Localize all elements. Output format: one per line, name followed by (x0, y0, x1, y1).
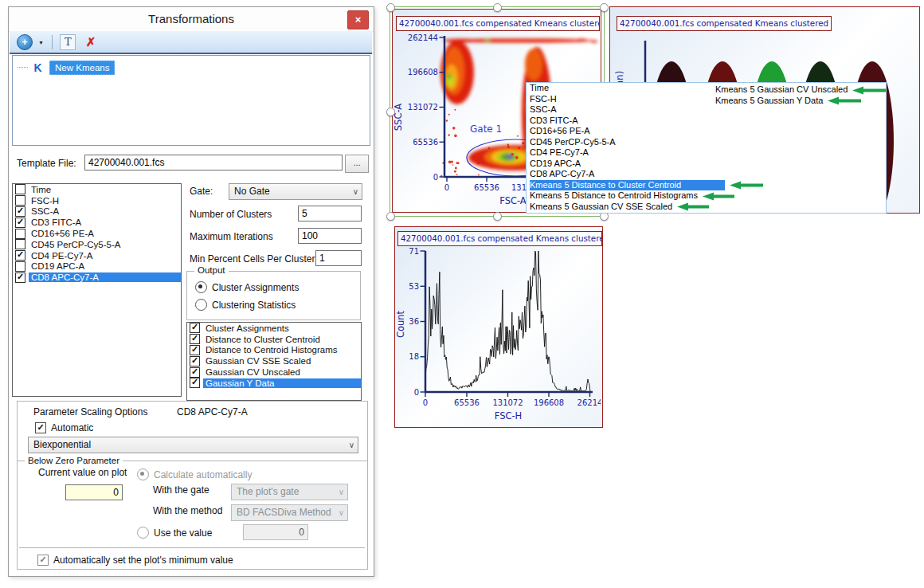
parameter-row[interactable]: ✓CD4 PE-Cy7-A (13, 250, 181, 261)
svg-text:SSC-A: SSC-A (393, 104, 404, 131)
delete-button[interactable]: ✗ (86, 35, 96, 49)
checkbox-unchecked-icon[interactable] (15, 261, 25, 272)
svg-text:0: 0 (444, 183, 449, 192)
dropdown-item[interactable]: CD45 PerCP-Cy5-5-A (527, 137, 886, 148)
checkbox-checked-icon[interactable]: ✓ (190, 378, 200, 388)
svg-text:FSC-A: FSC-A (499, 195, 527, 206)
radio-cluster-assignments[interactable]: Cluster Assignments (195, 280, 299, 294)
selection-handle[interactable] (493, 212, 502, 221)
scaling-parameter-name: CD8 APC-Cy7-A (177, 406, 248, 417)
gate-value: No Gate (234, 186, 270, 197)
parameter-row[interactable]: Time (13, 184, 181, 195)
output-item-row[interactable]: ✓Cluster Assignments (187, 323, 361, 334)
checkbox-checked-icon[interactable]: ✓ (35, 422, 46, 433)
dropdown-item[interactable]: CD4 PE-Cy7-A (527, 147, 886, 159)
checkbox-unchecked-icon[interactable] (15, 239, 25, 249)
parameter-row[interactable]: FSC-H (13, 195, 181, 206)
add-dropdown-caret-icon[interactable]: ▾ (39, 39, 42, 46)
checkbox-checked-icon[interactable]: ✓ (15, 250, 25, 261)
output-item-label: Distance to Cluster Centroid (203, 335, 323, 344)
radio-on-icon[interactable] (195, 281, 207, 293)
use-value-input[interactable] (243, 524, 308, 540)
green-arrow-annotation-icon (703, 192, 734, 201)
parameter-row[interactable]: CD16+56 PE-A (13, 228, 181, 239)
checkbox-unchecked-icon[interactable] (15, 229, 25, 239)
selection-handle[interactable] (386, 212, 395, 221)
histogram-plot-title: 42700040.001.fcs compensated Kmeans clus… (397, 231, 602, 246)
with-gate-label: With the gate (153, 484, 209, 496)
template-file-input[interactable] (84, 155, 343, 171)
radio-off-icon[interactable] (195, 299, 207, 311)
output-item-row[interactable]: ✓Gaussian Y Data (187, 378, 361, 389)
browse-button[interactable]: ... (345, 155, 369, 173)
automatic-checkbox[interactable]: ✓Automatic (35, 420, 93, 434)
radio-calculate-automatically[interactable]: Calculate automatically (137, 467, 252, 481)
svg-text:26214: 26214 (578, 398, 601, 407)
output-item-row[interactable]: ✓Distance to Centroid Histograms (187, 345, 361, 356)
dialog-titlebar[interactable]: Transformations × (9, 7, 374, 32)
output-item-label: Distance to Centroid Histograms (203, 345, 340, 355)
close-icon: × (355, 14, 362, 25)
radio-clustering-statistics[interactable]: Clustering Statistics (195, 297, 296, 312)
gate-combobox[interactable]: No Gate ∨ (229, 183, 362, 200)
radio-off-icon[interactable] (137, 527, 149, 539)
with-method-combobox[interactable]: BD FACSDiva Method ∨ (231, 504, 348, 521)
checkbox-checked-icon[interactable]: ✓ (15, 206, 25, 217)
add-transformation-button[interactable]: + (17, 34, 33, 50)
scaling-method-combobox[interactable]: Biexponential ∨ (28, 437, 358, 453)
dropdown-item[interactable]: CD16+56 PE-A (527, 126, 886, 137)
parameter-row[interactable]: CD19 APC-A (13, 261, 181, 272)
dropdown-item[interactable]: CD19 APC-A (527, 159, 886, 170)
svg-text:0: 0 (423, 398, 428, 407)
with-gate-combobox[interactable]: The plot's gate ∨ (231, 484, 348, 500)
max-iterations-input[interactable] (298, 228, 362, 244)
output-item-row[interactable]: ✓Distance to Cluster Centroid (187, 334, 361, 345)
dropdown-item[interactable]: CD3 FITC-A (527, 116, 886, 127)
dropdown-item[interactable]: Kmeans 5 Gaussian CV SSE Scaled (527, 202, 886, 213)
checkbox-checked-icon[interactable]: ✓ (15, 272, 25, 283)
checkbox-checked-icon[interactable]: ✓ (190, 367, 200, 378)
histogram-plot[interactable]: 42700040.001.fcs compensated Kmeans clus… (394, 226, 603, 428)
dropdown-item[interactable]: CD8 APC-Cy7-A (527, 169, 886, 180)
num-clusters-input[interactable] (298, 206, 362, 221)
svg-text:65536: 65536 (413, 138, 438, 147)
parameter-row[interactable]: ✓SSC-A (13, 206, 181, 218)
parameter-row[interactable]: CD45 PerCP-Cy5-5-A (13, 239, 181, 250)
auto-min-checkbox[interactable]: ✓Automatically set the plot's minimum va… (37, 552, 233, 566)
tree-item-label[interactable]: New Kmeans (49, 61, 115, 75)
current-value-input[interactable] (65, 484, 123, 500)
tree-item-new-kmeans[interactable]: K New Kmeans (18, 60, 115, 74)
checkbox-unchecked-icon[interactable] (15, 195, 25, 206)
selection-handle[interactable] (386, 108, 395, 116)
parameter-row[interactable]: ✓CD8 APC-Cy7-A (13, 272, 181, 283)
checkbox-checked-icon[interactable]: ✓ (37, 555, 49, 566)
dropdown-item[interactable]: Kmeans 5 Distance to Cluster Centroid (527, 180, 886, 191)
checkbox-unchecked-icon[interactable] (15, 184, 25, 194)
dropdown-item[interactable]: SSC-A (527, 104, 886, 116)
svg-text:196608: 196608 (534, 398, 564, 407)
selection-handle[interactable] (600, 3, 609, 12)
output-item-row[interactable]: ✓Gaussian CV Unscaled (187, 367, 361, 378)
histogram-plot-canvas: 71533618006553613107219660826214FSC-HCou… (397, 245, 601, 426)
dropdown-side-item: Kmeans 5 Gaussian CV Unscaled (715, 84, 887, 96)
rename-button[interactable]: T (60, 34, 76, 50)
svg-text:65536: 65536 (474, 183, 499, 192)
checkbox-checked-icon[interactable]: ✓ (190, 334, 200, 344)
min-percent-input[interactable] (315, 250, 362, 266)
selection-handle[interactable] (493, 3, 502, 12)
checkbox-checked-icon[interactable]: ✓ (15, 218, 25, 228)
output-item-row[interactable]: ✓Gaussian CV SSE Scaled (187, 355, 361, 367)
svg-text:0: 0 (433, 173, 438, 182)
close-button[interactable]: × (347, 10, 369, 29)
radio-on-icon[interactable] (137, 468, 149, 480)
radio-use-the-value[interactable]: Use the value (137, 525, 212, 539)
parameter-row[interactable]: ✓CD3 FITC-A (13, 217, 181, 228)
checkbox-checked-icon[interactable]: ✓ (190, 356, 200, 367)
gate-label: Gate: (190, 183, 213, 200)
output-item-label: Cluster Assignments (203, 323, 292, 333)
checkbox-checked-icon[interactable]: ✓ (190, 323, 200, 333)
checkbox-checked-icon[interactable]: ✓ (190, 345, 200, 355)
dropdown-item[interactable]: Kmeans 5 Distance to Centroid Histograms (527, 190, 886, 202)
svg-text:0: 0 (414, 388, 419, 397)
selection-handle[interactable] (386, 3, 395, 12)
